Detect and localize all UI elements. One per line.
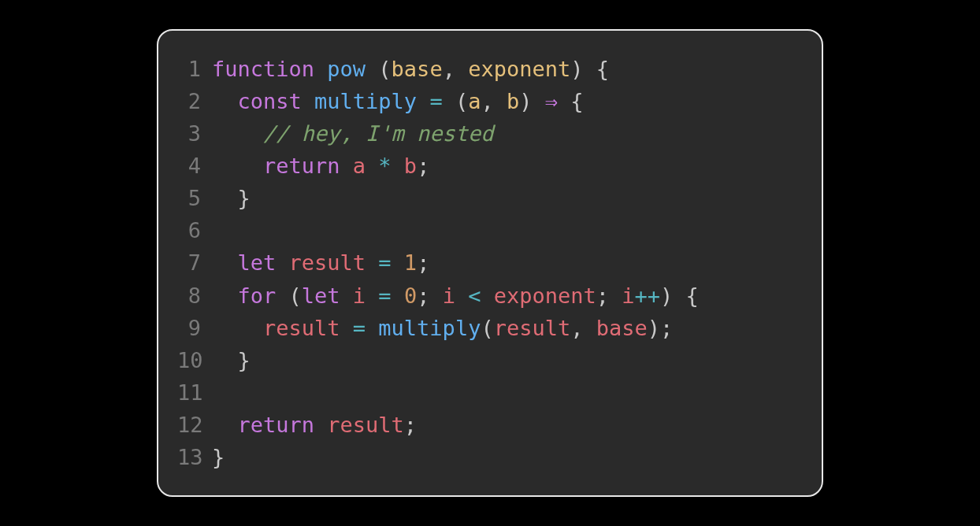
token-ident: i [353,283,379,308]
token-keyword: let [238,250,289,275]
token-param: b [507,89,519,113]
code-line: 3 // hey, I'm nested [177,117,793,150]
token-ident: a [353,154,379,178]
token-funcname: multiply [314,89,429,113]
code-body: 1function pow (base, exponent) {2 const … [177,53,793,472]
line-number: 1 [177,53,212,85]
token-ident: i [443,283,469,308]
token-punct: , [570,316,596,340]
token-arrow: ⇒ [545,89,558,113]
code-line: 1function pow (base, exponent) { [177,53,793,85]
token-punct: } [212,348,251,372]
code-line: 9 result = multiply(result, base); [177,312,793,344]
token-keyword: for [238,283,289,308]
code-line: 7 let result = 1; [177,246,793,279]
code-line: 13} [177,441,793,473]
line-number: 8 [177,280,212,312]
line-number: 6 [177,214,212,246]
token-punct: ( [289,283,302,308]
token-punct: , [443,57,469,81]
code-content: } [212,182,251,214]
token-punct: ( [481,316,493,340]
token-param: base [392,57,443,81]
token-default [212,413,238,437]
token-punct: ; [596,283,622,308]
token-param: a [468,89,481,113]
token-punct: } [212,445,225,469]
token-funcname: pow [327,57,378,81]
token-operator: = [429,89,455,113]
token-operator: ++ [635,283,661,308]
token-operator: = [378,283,404,308]
token-punct: ; [417,250,429,275]
token-keyword: function [212,57,327,81]
token-ident: i [622,283,634,308]
code-editor-frame: 1function pow (base, exponent) {2 const … [157,29,823,496]
token-punct: } [212,186,251,210]
token-punct: ) { [660,283,699,308]
token-default [212,316,263,340]
token-keyword: return [238,413,328,437]
token-param: exponent [468,57,570,81]
token-default [212,250,238,275]
token-default [212,121,263,146]
token-default [212,283,238,308]
code-content: let result = 1; [212,246,429,279]
code-line: 5 } [177,182,793,214]
token-punct: ) [519,89,545,113]
code-content: for (let i = 0; i < exponent; i++) { [212,280,699,312]
line-number: 11 [177,376,212,409]
token-number: 1 [404,250,417,275]
token-operator: < [468,283,494,308]
token-operator: * [378,154,404,178]
token-funcname: multiply [378,316,481,340]
line-number: 4 [177,150,212,182]
token-comment: // hey, I'm nested [263,121,494,146]
token-punct: { [558,89,584,113]
code-line: 6 [177,214,793,246]
token-punct: ( [378,57,391,81]
token-ident: exponent [494,283,596,308]
code-line: 10 } [177,344,793,376]
token-punct: ); [648,316,674,340]
token-punct: ( [455,89,468,113]
code-content: } [212,441,225,473]
code-line: 2 const multiply = (a, b) ⇒ { [177,85,793,117]
token-keyword: let [302,283,353,308]
token-ident: result [289,250,379,275]
token-keyword: const [238,89,315,113]
token-punct: ) { [570,57,609,81]
code-content: function pow (base, exponent) { [212,53,609,85]
code-line: 11 [177,376,793,409]
token-ident: result [327,413,404,437]
token-ident: b [404,154,417,178]
line-number: 7 [177,246,212,279]
code-line: 8 for (let i = 0; i < exponent; i++) { [177,280,793,312]
token-keyword: return [263,154,353,178]
code-content: const multiply = (a, b) ⇒ { [212,85,584,117]
code-line: 12 return result; [177,409,793,441]
token-punct: ; [404,413,417,437]
line-number: 5 [177,182,212,214]
line-number: 10 [177,344,212,376]
code-content: // hey, I'm nested [212,117,494,150]
code-content: return a * b; [212,150,429,182]
token-operator: = [378,250,404,275]
token-operator: = [353,316,379,340]
code-content: result = multiply(result, base); [212,312,673,344]
token-ident: base [596,316,648,340]
token-default [212,154,263,178]
line-number: 2 [177,85,212,117]
token-ident: result [494,316,571,340]
token-ident: result [263,316,353,340]
line-number: 3 [177,117,212,150]
token-punct: , [481,89,507,113]
line-number: 13 [177,441,212,473]
token-punct: ; [417,154,429,178]
token-punct: ; [417,283,443,308]
token-default [212,89,238,113]
line-number: 9 [177,312,212,344]
token-number: 0 [404,283,417,308]
line-number: 12 [177,409,212,441]
code-content: } [212,344,251,376]
